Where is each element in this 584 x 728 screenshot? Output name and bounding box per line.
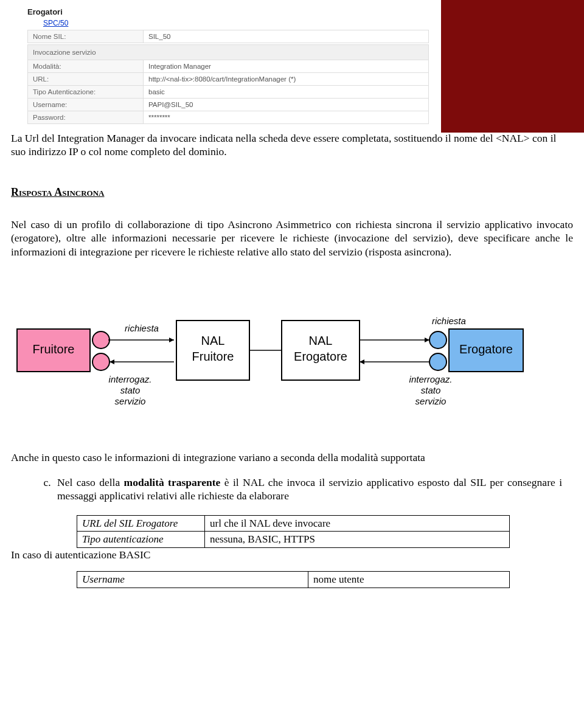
diagram-box-nal-fruitore-l2: Fruitore (192, 350, 234, 363)
diagram-label-richiesta-left: richiesta (125, 323, 159, 333)
decorative-red-block (441, 0, 584, 133)
config-screenshot: Erogatori SPC/50 Nome SIL: SIL_50 Invoca… (0, 0, 429, 124)
cfg-value: ******** (144, 111, 429, 124)
user-row-table: Username nome utente (77, 571, 510, 588)
diagram-label-interrogaz-left-l3: servizio (115, 396, 146, 406)
paragraph-3: Anche in questo caso le informazioni di … (11, 451, 573, 464)
cfg-value: SIL_50 (144, 30, 429, 43)
diagram-box-nal-erogatore-l1: NAL (309, 334, 333, 347)
diagram-box-fruitore: Fruitore (33, 342, 75, 356)
diagram-label-interrogaz-right-l3: servizio (415, 396, 447, 406)
diagram-box-nal-erogatore-l2: Erogatore (294, 350, 347, 363)
cfg-value: http://<nal-tix>:8080/cart/IntegrationMa… (144, 73, 429, 86)
cfg-label: Nome SIL: (28, 30, 144, 43)
diagram-box-nal-fruitore-l1: NAL (201, 334, 225, 347)
svg-marker-9 (169, 338, 174, 342)
inner-k: Tipo autenticazione (77, 532, 205, 548)
erogatori-heading: Erogatori (27, 7, 429, 16)
paragraph-2: Nel caso di un profilo di collaborazione… (11, 218, 573, 258)
list-c-bold: modalità trasparente (124, 476, 221, 488)
paragraph-4: In caso di autenticazione BASIC (11, 548, 573, 561)
list-c-prefix: Nel caso della (57, 476, 124, 488)
diagram-label-richiesta-right: richiesta (432, 316, 466, 326)
diagram-label-interrogaz-right-l2: stato (421, 385, 441, 395)
list-item-c: Nel caso della modalità trasparente è il… (54, 476, 562, 503)
section-heading-risposta: Risposta Asincrona (11, 185, 573, 199)
user-row-v: nome utente (308, 572, 510, 588)
inner-table-url-auth: URL del SIL Erogatore url che il NAL dev… (77, 515, 510, 549)
inner-v: nessuna, BASIC, HTTPS (205, 532, 510, 548)
cfg-label: URL: (28, 73, 144, 86)
paragraph-1: La Url del Integration Manager da invoca… (11, 131, 573, 159)
user-row-k: Username (77, 572, 308, 588)
diagram-label-interrogaz-left-l2: stato (120, 385, 141, 395)
svg-marker-14 (425, 338, 429, 342)
cfg-label: Password: (28, 111, 144, 124)
cfg-label: Modalità: (28, 60, 144, 73)
architecture-diagram: Fruitore NAL Fruitore NAL Erogatore Erog… (11, 293, 528, 429)
cfg-value: basic (144, 86, 429, 99)
svg-marker-16 (360, 359, 364, 364)
cfg-label: Username: (28, 99, 144, 111)
svg-point-4 (92, 331, 109, 348)
spc-link[interactable]: SPC/50 (43, 19, 429, 27)
cfg-value: Integration Manager (144, 60, 429, 73)
svg-point-7 (429, 353, 447, 370)
diagram-label-interrogaz-left-l1: interrogaz. (109, 374, 152, 384)
svg-marker-11 (109, 359, 114, 364)
inner-v: url che il NAL deve invocare (205, 515, 510, 532)
svg-point-6 (429, 331, 447, 348)
inner-k: URL del SIL Erogatore (77, 515, 205, 532)
diagram-label-interrogaz-right-l1: interrogaz. (409, 374, 453, 384)
config-table-2: Invocazione servizio Modalità: Integrati… (27, 44, 429, 124)
config-table-1: Nome SIL: SIL_50 (27, 30, 429, 43)
svg-point-5 (92, 353, 109, 370)
cfg-section: Invocazione servizio (28, 45, 429, 60)
cfg-label: Tipo Autenticazione: (28, 86, 144, 99)
cfg-value: PAPI@SIL_50 (144, 99, 429, 111)
diagram-box-erogatore: Erogatore (459, 342, 513, 356)
